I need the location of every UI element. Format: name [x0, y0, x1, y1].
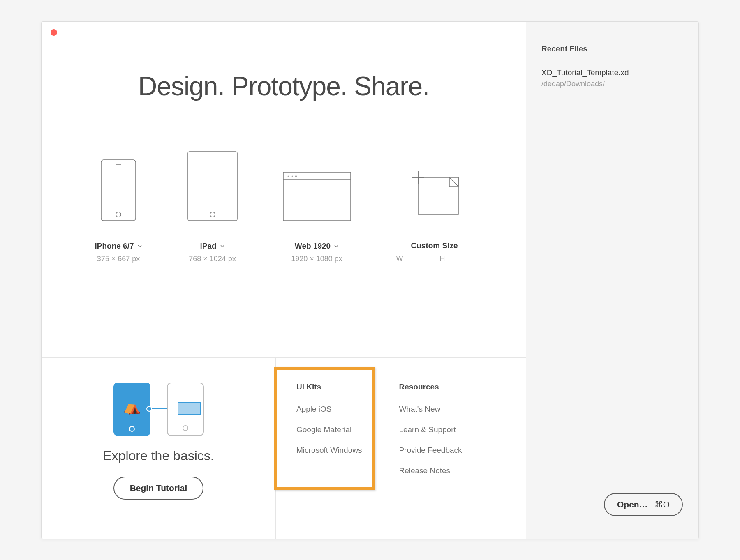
preset-ipad[interactable]: iPad 768 × 1024 px — [187, 151, 238, 263]
preset-iphone[interactable]: iPhone 6/7 375 × 667 px — [95, 151, 142, 263]
svg-point-7 — [287, 175, 289, 177]
preset-label-row: iPad — [200, 242, 224, 251]
recent-file-path: /dedap/Downloads/ — [541, 80, 683, 88]
tutorial-section: ⛺ Explore the basics. Begin Tutorial — [42, 358, 276, 539]
svg-point-9 — [295, 175, 297, 177]
artboard-presets: iPhone 6/7 375 × 667 px iPad — [95, 151, 472, 263]
connector-line — [149, 408, 169, 409]
preset-label: iPhone 6/7 — [95, 242, 134, 251]
preset-label-row: Web 1920 — [295, 242, 339, 251]
svg-rect-0 — [101, 160, 136, 221]
resources-header: Resources — [399, 383, 462, 392]
resources-column: Resources What's New Learn & Support Pro… — [399, 383, 462, 539]
recent-file-name: XD_Tutorial_Template.xd — [541, 68, 683, 77]
preset-dimensions: 375 × 667 px — [97, 255, 140, 263]
recent-file-item[interactable]: XD_Tutorial_Template.xd /dedap/Downloads… — [541, 68, 683, 88]
recent-files-header: Recent Files — [541, 44, 683, 53]
open-file-button[interactable]: Open… ⌘O — [604, 493, 683, 516]
chevron-down-icon — [220, 244, 225, 249]
uikit-apple-ios[interactable]: Apple iOS — [296, 405, 362, 414]
custom-artboard-icon — [410, 151, 459, 221]
uikit-google-material[interactable]: Google Material — [296, 425, 362, 434]
preset-label: Custom Size — [411, 241, 458, 250]
tablet-icon — [187, 151, 238, 221]
tutorial-illustration: ⛺ — [113, 383, 204, 436]
start-window: Design. Prototype. Share. iPhone 6/7 — [41, 21, 699, 539]
width-input[interactable] — [408, 254, 431, 263]
resource-learn-support[interactable]: Learn & Support — [399, 425, 462, 434]
svg-point-2 — [116, 212, 121, 217]
preset-web[interactable]: Web 1920 1920 × 1080 px — [283, 151, 351, 263]
height-input[interactable] — [450, 254, 473, 263]
preset-dimensions: 1920 × 1080 px — [291, 255, 342, 263]
close-window-button[interactable] — [51, 29, 57, 36]
begin-tutorial-button[interactable]: Begin Tutorial — [113, 477, 204, 500]
svg-rect-3 — [188, 152, 237, 221]
svg-point-4 — [210, 212, 215, 217]
phone-blue-icon: ⛺ — [113, 383, 150, 436]
hero-title: Design. Prototype. Share. — [138, 71, 429, 101]
hero-section: Design. Prototype. Share. iPhone 6/7 — [42, 22, 526, 358]
links-section: UI Kits Apple iOS Google Material Micros… — [276, 358, 526, 539]
phone-white-icon — [167, 383, 204, 436]
open-shortcut: ⌘O — [654, 500, 670, 509]
custom-size-inputs: W H — [396, 254, 473, 263]
svg-rect-12 — [418, 177, 458, 214]
chevron-down-icon — [334, 244, 339, 249]
ui-kits-header: UI Kits — [296, 383, 362, 392]
preset-label-row: iPhone 6/7 — [95, 242, 142, 251]
height-label: H — [440, 254, 445, 263]
resource-whats-new[interactable]: What's New — [399, 405, 462, 414]
browser-icon — [283, 151, 351, 221]
recent-files-sidebar: Recent Files XD_Tutorial_Template.xd /de… — [526, 22, 698, 539]
main-panel: Design. Prototype. Share. iPhone 6/7 — [42, 22, 526, 539]
preset-dimensions: 768 × 1024 px — [189, 255, 236, 263]
resource-release-notes[interactable]: Release Notes — [399, 466, 462, 475]
svg-point-8 — [291, 175, 293, 177]
bottom-section: ⛺ Explore the basics. Begin Tutorial UI … — [42, 358, 526, 539]
ui-kits-column: UI Kits Apple iOS Google Material Micros… — [296, 383, 362, 539]
preset-label: Web 1920 — [295, 242, 331, 251]
phone-icon — [101, 151, 136, 221]
width-label: W — [396, 254, 403, 263]
preset-custom[interactable]: Custom Size W H — [396, 151, 473, 263]
resource-provide-feedback[interactable]: Provide Feedback — [399, 446, 462, 455]
chevron-down-icon — [137, 244, 142, 249]
open-label: Open… — [617, 500, 648, 509]
tutorial-title: Explore the basics. — [103, 448, 214, 463]
preset-label: iPad — [200, 242, 216, 251]
uikit-microsoft-windows[interactable]: Microsoft Windows — [296, 446, 362, 455]
preset-label-row: Custom Size — [411, 241, 458, 250]
